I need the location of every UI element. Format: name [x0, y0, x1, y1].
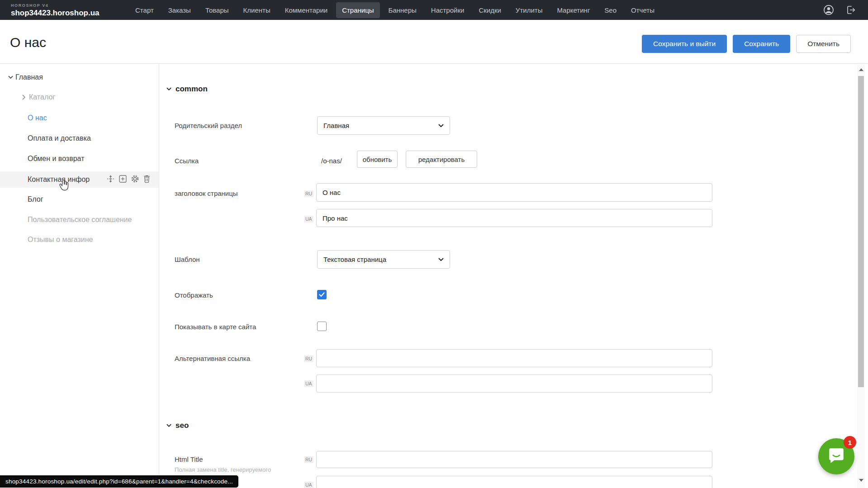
nav-item-clients[interactable]: Клиенты: [237, 2, 276, 18]
sidebar-item-o-nas-selected[interactable]: О нас: [0, 110, 159, 126]
trash-icon[interactable]: [143, 175, 150, 185]
logout-icon[interactable]: [845, 5, 856, 15]
main-nav: Старт Заказы Товары Клиенты Комментарии …: [129, 2, 660, 18]
chevron-down-icon: [438, 258, 444, 261]
lang-ru-badge: RU: [304, 355, 313, 362]
sidebar-item-label: Оплата и доставка: [28, 134, 91, 142]
chevron-down-icon: [166, 87, 171, 91]
html-title-ua-input[interactable]: [316, 476, 712, 488]
html-title-hint: Полная замена title, генерируемого: [175, 466, 271, 473]
cancel-button[interactable]: Отменить: [796, 35, 851, 53]
sidebar-item-oplata[interactable]: Оплата и доставка: [0, 130, 159, 147]
parent-section-value: Главная: [323, 122, 349, 129]
sidebar-item-label: Главная: [15, 73, 43, 81]
sidebar-item-label: Контактная инфор: [28, 175, 90, 184]
page-title-ru-input[interactable]: [316, 183, 712, 202]
gear-icon[interactable]: [131, 175, 139, 185]
lang-ru-badge: RU: [304, 456, 313, 463]
sidebar-item-label: О нас: [28, 114, 47, 122]
template-select[interactable]: Текстовая страница: [317, 250, 450, 269]
nav-item-orders[interactable]: Заказы: [162, 2, 197, 18]
sidebar-item-blog[interactable]: Блог: [0, 191, 159, 208]
nav-item-pages-active[interactable]: Страницы: [336, 2, 379, 18]
chevron-down-icon: [438, 124, 444, 128]
sidebar-item-glavnaya[interactable]: Главная: [0, 69, 159, 85]
scroll-down-icon[interactable]: [859, 479, 863, 482]
chat-unread-badge: 1: [844, 436, 856, 449]
link-label: Ссылка: [175, 157, 199, 165]
page-title-ua-input[interactable]: [316, 209, 712, 227]
add-square-icon[interactable]: [119, 175, 127, 185]
sidebar-item-polzovatelskoe[interactable]: Пользовательское соглашение: [0, 212, 159, 228]
chevron-down-icon[interactable]: [5, 76, 15, 79]
page-title-label: заголовок страницы: [175, 190, 238, 197]
display-label: Отображать: [175, 291, 213, 299]
sidebar-item-kontaktnaya-hovered[interactable]: Контактная инфор: [0, 171, 159, 188]
sidebar-item-label: Отзывы о магазине: [28, 236, 93, 244]
alt-link-ru-input[interactable]: [316, 349, 712, 367]
status-url-tooltip: shop34423.horoshop.ua/edit/edit.php?id=6…: [0, 475, 238, 488]
sidebar-item-obmen[interactable]: Обмен и возврат: [0, 151, 159, 167]
nav-item-banners[interactable]: Баннеры: [383, 2, 422, 18]
sidebar-item-otzyvy[interactable]: Отзывы о магазине: [0, 232, 159, 248]
page-title: О нас: [10, 35, 46, 50]
sidebar-item-label: Обмен и возврат: [28, 155, 84, 163]
sidebar-item-label: Пользовательское соглашение: [28, 216, 132, 224]
chat-bubble-icon: [827, 446, 846, 466]
template-value: Текстовая страница: [323, 256, 386, 263]
save-button[interactable]: Сохранить: [733, 35, 790, 53]
lang-ua-badge: UA: [304, 482, 313, 488]
nav-item-utilities[interactable]: Утилиты: [510, 2, 549, 18]
template-label: Шаблон: [175, 256, 200, 263]
top-navigation-bar: HOROSHOP V4 shop34423.horoshop.ua Старт …: [0, 0, 868, 20]
chevron-down-icon: [166, 424, 171, 427]
scroll-up-icon[interactable]: [859, 68, 863, 71]
sidebar-item-katalog[interactable]: Каталог: [0, 89, 159, 105]
pages-tree-sidebar: Главная Каталог О нас Оплата и доставка …: [0, 64, 159, 488]
drag-icon[interactable]: [107, 175, 114, 185]
link-edit-button[interactable]: редактировать: [406, 151, 477, 168]
brand-domain-label: shop34423.horoshop.ua: [11, 9, 115, 17]
display-checkbox-checked[interactable]: [317, 290, 327, 299]
alt-link-ua-input[interactable]: [316, 374, 712, 393]
sidebar-item-label: Каталог: [29, 93, 55, 101]
alt-link-label: Альтернативная ссылка: [175, 355, 250, 362]
lang-ru-badge: RU: [304, 190, 313, 197]
section-seo-header[interactable]: seo: [166, 421, 189, 430]
section-seo-label: seo: [175, 421, 189, 430]
brand-logo[interactable]: HOROSHOP V4 shop34423.horoshop.ua: [11, 4, 115, 17]
chevron-right-icon[interactable]: [19, 95, 29, 100]
sidebar-item-label: Блог: [28, 195, 43, 204]
nav-item-seo[interactable]: Seo: [598, 2, 622, 18]
brand-version-label: HOROSHOP V4: [11, 4, 115, 8]
nav-item-start[interactable]: Старт: [129, 2, 160, 18]
section-common-label: common: [175, 85, 208, 94]
nav-item-products[interactable]: Товары: [199, 2, 235, 18]
check-icon: [319, 292, 325, 297]
sitemap-checkbox-unchecked[interactable]: [317, 322, 327, 331]
scrollbar-thumb[interactable]: [858, 76, 864, 387]
page-header: О нас Сохранить и выйти Сохранить Отмени…: [0, 20, 868, 64]
lang-ua-badge: UA: [304, 216, 313, 223]
nav-item-reports[interactable]: Отчеты: [625, 2, 660, 18]
nav-item-comments[interactable]: Комментарии: [279, 2, 333, 18]
link-value: /o-nas/: [321, 157, 342, 165]
nav-item-marketing[interactable]: Маркетинг: [551, 2, 596, 18]
parent-section-select[interactable]: Главная: [317, 116, 450, 135]
html-title-ru-input[interactable]: [316, 451, 712, 468]
link-refresh-button[interactable]: обновить: [357, 151, 398, 168]
save-and-exit-button[interactable]: Сохранить и выйти: [642, 35, 727, 53]
parent-section-label: Родительский раздел: [175, 122, 242, 129]
nav-item-settings[interactable]: Настройки: [425, 2, 470, 18]
account-circle-icon[interactable]: [823, 4, 835, 16]
nav-item-discounts[interactable]: Скидки: [473, 2, 507, 18]
page-edit-form: common Родительский раздел Главная Ссылк…: [159, 64, 856, 488]
lang-ua-badge: UA: [304, 380, 313, 387]
vertical-scrollbar[interactable]: [857, 64, 865, 488]
section-common-header[interactable]: common: [166, 85, 208, 94]
html-title-label: Html Title: [175, 455, 203, 463]
sitemap-label: Показывать в карте сайта: [175, 323, 256, 331]
